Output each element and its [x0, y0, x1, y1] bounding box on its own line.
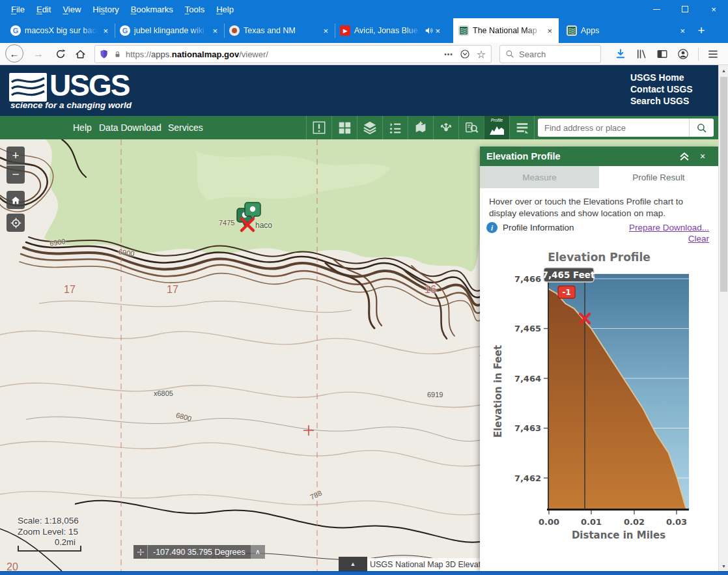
tab-audio-icon[interactable]	[425, 26, 434, 35]
usgs-wordmark: USGS	[49, 70, 129, 100]
scroll-up-button[interactable]: ▲	[719, 65, 728, 76]
scrollbar-thumb[interactable]	[720, 77, 727, 292]
find-address-box[interactable]	[538, 119, 714, 137]
bookmark-star-icon[interactable]: ☆	[477, 48, 486, 61]
google-favicon: G	[120, 25, 130, 36]
menu-lines-icon	[515, 120, 529, 135]
reload-button[interactable]	[51, 44, 70, 64]
browser-search-input[interactable]	[519, 49, 584, 59]
prepare-download-link[interactable]: Prepare Download...	[629, 223, 709, 232]
tab-jubel[interactable]: G jubel klingande wiki - ×	[115, 18, 224, 43]
section-number: 17	[64, 284, 76, 296]
y-tick-7464: 7,464	[514, 374, 541, 384]
y-tick-7463: 7,463	[514, 423, 541, 433]
zoom-out-button[interactable]: −	[7, 165, 25, 184]
profile-information-label: Profile Information	[503, 223, 574, 232]
link-contact-usgs[interactable]: Contact USGS	[630, 83, 693, 95]
tab-close-icon[interactable]: ×	[322, 26, 329, 36]
clear-link[interactable]: Clear	[688, 234, 709, 244]
account-icon[interactable]	[677, 48, 689, 60]
panel-close-button[interactable]: ×	[693, 151, 712, 161]
menu-bookmarks[interactable]: Bookmarks	[125, 5, 179, 14]
elevation-profile-chart[interactable]: 7,466 7,465 7,464 7,463 7,462 0.00 0.01 …	[480, 266, 718, 542]
find-address-search-button[interactable]	[689, 119, 714, 137]
basemap-button[interactable]	[331, 116, 357, 139]
legend-button[interactable]	[382, 116, 408, 139]
tab-apps[interactable]: Apps ×	[561, 18, 692, 43]
usgs-wave-icon	[9, 73, 47, 102]
tab-close-icon[interactable]: ×	[102, 26, 109, 36]
menu-history[interactable]: History	[87, 5, 124, 14]
markup-button[interactable]	[433, 116, 458, 139]
find-address-input[interactable]	[538, 123, 689, 133]
x-axis-label: Distance in Miles	[572, 529, 665, 541]
page-scrollbar[interactable]: ▲ ▼	[718, 65, 728, 571]
menu-tools[interactable]: Tools	[179, 5, 210, 14]
menu-edit[interactable]: Edit	[31, 5, 57, 14]
zoom-in-button[interactable]: +	[7, 147, 25, 165]
add-data-button[interactable]	[408, 116, 433, 139]
tab-close-icon[interactable]: ×	[679, 26, 686, 36]
home-extent-button[interactable]	[7, 191, 25, 209]
close-button[interactable]: ×	[699, 0, 728, 18]
scale-bar-label: 0.2mi	[55, 537, 76, 547]
elevation-profile-panel: Elevation Profile × Measure Profile Resu…	[480, 147, 718, 571]
page-actions-icon[interactable]: •••	[444, 51, 453, 58]
library-icon[interactable]	[636, 48, 647, 60]
back-button[interactable]: ←	[5, 44, 23, 63]
elevation-profile-button[interactable]: Profile	[484, 116, 509, 139]
toolbar-services-link[interactable]: Services	[168, 116, 203, 139]
query-button[interactable]	[458, 116, 484, 139]
tab-measure[interactable]: Measure	[480, 166, 599, 188]
tab-youtube[interactable]: ▶ Avicii, Jonas Blue, K ×	[335, 18, 447, 43]
menu-hamburger-icon[interactable]	[708, 49, 718, 59]
attribution-collapse-tab[interactable]: ▲	[339, 557, 367, 571]
pocket-icon[interactable]	[460, 49, 470, 59]
info-icon[interactable]: i	[486, 222, 497, 233]
download-icon[interactable]	[615, 48, 626, 60]
layers-button[interactable]	[357, 116, 382, 139]
sidebar-icon[interactable]	[656, 48, 668, 60]
browser-search-box[interactable]	[499, 45, 601, 63]
maximize-button[interactable]	[671, 0, 699, 18]
forward-button[interactable]: →	[29, 44, 48, 64]
locate-crosshair-icon	[10, 217, 21, 229]
link-usgs-home[interactable]: USGS Home	[630, 72, 693, 83]
alerts-button[interactable]	[306, 116, 331, 139]
tracking-shield-icon[interactable]	[99, 49, 109, 59]
menu-help[interactable]: Help	[210, 5, 240, 14]
zoom-level-text: Zoom Level: 15	[18, 526, 79, 537]
profile-button-label: Profile	[484, 118, 509, 122]
toolbar-data-download-link[interactable]: Data Download	[99, 116, 161, 139]
panel-collapse-button[interactable]	[675, 152, 693, 161]
toolbar-help-link[interactable]: Help	[73, 116, 92, 139]
tab-close-icon[interactable]: ×	[211, 26, 219, 36]
tab-texas-nm[interactable]: Texas and NM ×	[224, 18, 335, 43]
advanced-tools-button[interactable]	[509, 116, 535, 139]
crosshair-icon[interactable]	[133, 545, 148, 559]
minimize-icon	[653, 9, 660, 10]
scroll-down-button[interactable]: ▼	[719, 561, 728, 571]
panel-header: Elevation Profile ×	[480, 147, 718, 166]
place-name-label: haco	[255, 221, 272, 230]
map-scale-info: Scale: 1:18,056 Zoom Level: 15	[18, 515, 79, 537]
tab-macosx[interactable]: G macosX big sur backg ×	[5, 18, 115, 43]
link-search-usgs[interactable]: Search USGS	[630, 95, 693, 107]
basemap-grid-icon	[337, 120, 352, 135]
elevation-point-label: 6919	[427, 391, 443, 399]
tab-close-icon[interactable]: ×	[546, 26, 553, 36]
coordinates-widget[interactable]: -107.490 35.795 Degrees ∧	[133, 545, 265, 559]
tab-close-icon[interactable]: ×	[434, 26, 441, 36]
home-button[interactable]	[70, 44, 90, 64]
usgs-tagline: science for a changing world	[10, 100, 132, 110]
menu-file[interactable]: File	[5, 5, 31, 14]
new-tab-button[interactable]: +	[692, 18, 711, 43]
coordinates-expand-icon[interactable]: ∧	[251, 545, 265, 559]
url-bar[interactable]: https://apps.nationalmap.gov/viewer/ •••…	[94, 45, 492, 63]
locate-button[interactable]	[7, 214, 25, 232]
minimize-button[interactable]	[642, 0, 671, 18]
tab-profile-result[interactable]: Profile Result	[599, 166, 718, 188]
menu-view[interactable]: View	[57, 5, 87, 14]
usgs-logo[interactable]: USGS	[9, 70, 129, 102]
tab-national-map-active[interactable]: The National Map - Ad ×	[453, 18, 559, 43]
